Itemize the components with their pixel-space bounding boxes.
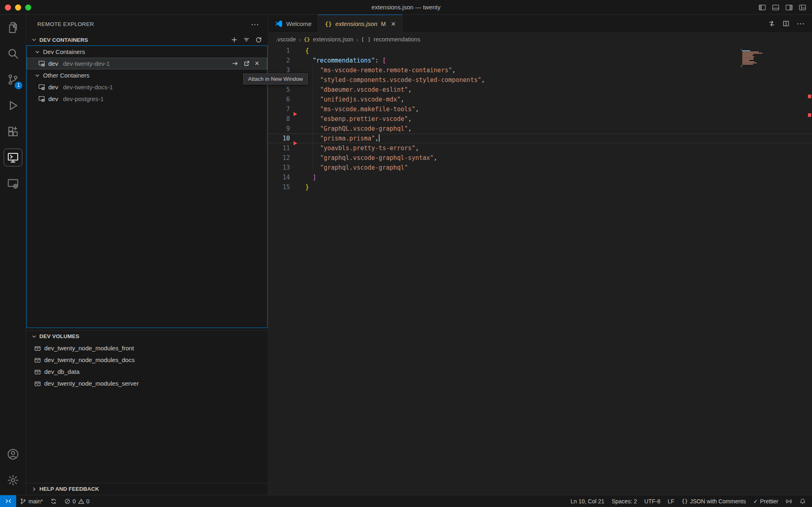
toggle-primary-sidebar-icon[interactable] [758,4,766,11]
remote-explorer-icon[interactable] [0,145,26,170]
close-tab-icon[interactable]: × [391,19,395,28]
breadcrumb-symbol[interactable]: recommendations [374,36,420,43]
refresh-icon[interactable] [255,36,262,43]
volume-item[interactable]: dev_twenty_node_modules_docs [26,354,268,366]
code-text[interactable]: "ms-vscode.makefile-tools", [305,104,419,114]
volume-item[interactable]: dev_twenty_node_modules_server [26,378,268,389]
attach-in-new-window-icon[interactable] [243,60,250,67]
sync-status[interactable] [47,495,60,507]
language-mode-status[interactable]: {} JSON with Comments [678,495,749,507]
line-number[interactable]: 7 [268,104,290,114]
stop-container-icon[interactable]: × [255,60,259,67]
code-line-7[interactable]: 7 "ms-vscode.makefile-tools", [268,104,812,114]
gutter[interactable] [290,114,305,124]
tab-welcome[interactable]: Welcome [268,15,318,33]
gutter[interactable] [290,134,305,143]
line-number[interactable]: 10 [268,134,290,143]
code-text[interactable]: "graphql.vscode-graphql" [305,163,408,173]
code-line-4[interactable]: 4 "styled-components.vscode-styled-compo… [268,75,812,85]
code-line-5[interactable]: 5 "dbaeumer.vscode-eslint", [268,85,812,95]
tab-extensions-json[interactable]: {} extensions.json M × [318,15,402,33]
container-dev-twenty-docs-1[interactable]: dev dev-twenty-docs-1 [27,81,267,93]
code-text[interactable]: "prisma.prisma", [305,134,380,143]
code-text[interactable]: "graphql.vscode-graphql-syntax", [305,153,437,163]
encoding-status[interactable]: UTF-8 [641,495,664,507]
run-debug-icon[interactable] [0,93,26,119]
gutter[interactable] [290,95,305,104]
line-number[interactable]: 5 [268,85,290,95]
code-line-14[interactable]: 14 ] [268,173,812,182]
code-line-2[interactable]: 2 "recommendations": [ [268,56,812,65]
code-line-13[interactable]: 13 "graphql.vscode-graphql" [268,163,812,173]
code-text[interactable]: } [305,182,309,192]
gutter[interactable] [290,143,305,153]
line-number[interactable]: 12 [268,153,290,163]
code-text[interactable]: "esbenp.prettier-vscode", [305,114,412,124]
gutter[interactable] [290,104,305,114]
code-line-12[interactable]: 12 "graphql.vscode-graphql-syntax", [268,153,812,163]
line-number[interactable]: 1 [268,46,290,56]
code-line-10[interactable]: 10 "prisma.prisma", [268,134,812,143]
line-number[interactable]: 14 [268,173,290,182]
code-line-8[interactable]: 8 "esbenp.prettier-vscode", [268,114,812,124]
gutter[interactable] [290,46,305,56]
minimap[interactable] [741,49,770,67]
code-text[interactable]: "dbaeumer.vscode-eslint", [305,85,412,95]
editor-more-actions-icon[interactable]: ⋯ [797,19,805,28]
sidebar-more-actions-icon[interactable]: ⋯ [251,15,259,34]
section-dev-containers[interactable]: DEV CONTAINERS [26,34,268,45]
indentation-status[interactable]: Spaces: 2 [608,495,641,507]
code-text[interactable]: { [305,46,309,56]
code-editor[interactable]: 1{2 "recommendations": [3 "ms-vscode-rem… [268,46,812,495]
accounts-icon[interactable] [0,441,26,467]
gutter[interactable] [290,56,305,65]
code-line-6[interactable]: 6 "unifiedjs.vscode-mdx", [268,95,812,104]
code-text[interactable]: "ms-vscode-remote.remote-containers", [305,65,456,75]
customize-layout-icon[interactable] [799,4,806,11]
eol-status[interactable]: LF [664,495,678,507]
line-number[interactable]: 15 [268,182,290,192]
line-number[interactable]: 11 [268,143,290,153]
line-number[interactable]: 2 [268,56,290,65]
code-text[interactable]: "yoavbls.pretty-ts-errors", [305,143,419,153]
attach-to-container-icon[interactable] [232,60,239,67]
new-dev-container-icon[interactable] [231,36,238,43]
search-icon[interactable] [0,41,26,67]
toggle-secondary-sidebar-icon[interactable] [785,4,793,11]
group-dev-containers[interactable]: Dev Containers [27,46,267,58]
section-dev-volumes[interactable]: DEV VOLUMES [26,330,268,342]
notifications-status[interactable] [796,495,810,507]
problems-status[interactable]: 0 0 [60,495,93,507]
code-text[interactable]: "GraphQL.vscode-graphql", [305,124,412,134]
code-line-9[interactable]: 9 "GraphQL.vscode-graphql", [268,124,812,134]
line-number[interactable]: 6 [268,95,290,104]
feedback-status[interactable] [782,495,796,507]
section-help-and-feedback[interactable]: HELP AND FEEDBACK [26,483,268,494]
split-editor-icon[interactable] [782,20,790,27]
group-other-containers[interactable]: Other Containers [27,69,267,81]
gutter[interactable] [290,163,305,173]
compare-changes-icon[interactable] [768,20,775,27]
volume-item[interactable]: dev_db_data [26,366,268,378]
code-line-3[interactable]: 3 "ms-vscode-remote.remote-containers", [268,65,812,75]
line-number[interactable]: 9 [268,124,290,134]
formatter-status[interactable]: ✓ Prettier [749,495,782,507]
settings-gear-icon[interactable] [0,467,26,493]
line-number[interactable]: 13 [268,163,290,173]
code-line-1[interactable]: 1{ [268,46,812,56]
gutter[interactable] [290,124,305,134]
explorer-icon[interactable] [0,15,26,41]
code-text[interactable]: "recommendations": [ [305,56,386,65]
cursor-position-status[interactable]: Ln 10, Col 21 [567,495,608,507]
extensions-icon[interactable] [0,119,26,145]
code-line-11[interactable]: 11 "yoavbls.pretty-ts-errors", [268,143,812,153]
container-dev-postgres-1[interactable]: dev dev-postgres-1 [27,93,267,105]
breadcrumb-file[interactable]: extensions.json [313,36,354,43]
gutter[interactable] [290,153,305,163]
gutter[interactable] [290,173,305,182]
git-branch-status[interactable]: main* [16,495,47,507]
line-number[interactable]: 8 [268,114,290,124]
code-text[interactable]: "styled-components.vscode-styled-compone… [305,75,485,85]
filter-icon[interactable] [243,36,250,43]
breadcrumb-folder[interactable]: .vscode [276,36,296,43]
